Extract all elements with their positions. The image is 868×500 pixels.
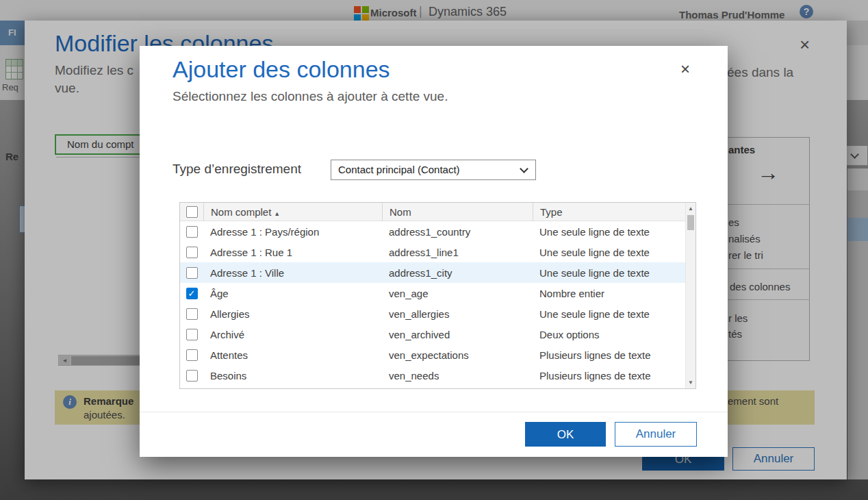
column-type: Plusieurs lignes de texte (533, 349, 685, 361)
checkbox-cell (180, 267, 203, 279)
column-logical-name: ven_archived (382, 329, 533, 340)
row-checkbox[interactable] (186, 226, 198, 238)
add-columns-dialog: Ajouter des colonnes Sélectionnez les co… (140, 46, 728, 457)
column-type: Nombre entier (533, 288, 685, 299)
row-checkbox[interactable] (186, 308, 198, 320)
column-display-name: Adresse 1 : Ville (203, 267, 382, 279)
column-list-body: Adresse 1 : Pays/régionaddress1_countryU… (180, 221, 685, 388)
row-checkbox[interactable] (186, 370, 198, 382)
column-display-name: Adresse 1 : Rue 1 (203, 247, 382, 258)
column-display-name: Archivé (203, 329, 382, 340)
table-row[interactable]: Adresse 1 : Villeaddress1_cityUne seule … (180, 262, 685, 283)
column-type: Plusieurs lignes de texte (533, 370, 685, 382)
checkbox-cell (180, 247, 203, 258)
table-row[interactable]: Adresse 1 : Rue 1address1_line1Une seule… (180, 242, 685, 262)
checkbox-cell (180, 226, 203, 238)
checkbox-cell (180, 349, 203, 361)
divider (140, 412, 728, 412)
table-row[interactable]: ✓Âgeven_ageNombre entier (180, 283, 685, 303)
sort-asc-icon: ▲ (274, 210, 280, 217)
row-checkbox[interactable] (186, 267, 198, 279)
column-logical-name: address1_city (382, 267, 533, 279)
column-logical-name: address1_line1 (382, 247, 533, 258)
table-row[interactable]: Besoinsven_needsPlusieurs lignes de text… (180, 365, 685, 386)
dialog-subtitle: Sélectionnez les colonnes à ajouter à ce… (173, 89, 448, 104)
table-row[interactable]: Attentesven_expectationsPlusieurs lignes… (180, 345, 685, 365)
table-row[interactable]: Allergiesven_allergiesUne seule ligne de… (180, 303, 685, 324)
screen: Microsoft | Dynamics 365 Thomas Prud'Hom… (0, 0, 868, 500)
column-logical-name: ven_expectations (382, 349, 533, 361)
select-all-checkbox[interactable] (186, 206, 198, 218)
scrollbar-thumb[interactable] (687, 215, 694, 230)
check-icon: ✓ (188, 289, 196, 298)
record-type-select[interactable]: Contact principal (Contact) (331, 160, 536, 180)
column-display-name: Âge (203, 288, 382, 299)
column-header-name[interactable]: Nom complet▲ (203, 203, 382, 221)
row-checkbox[interactable]: ✓ (186, 288, 198, 299)
column-type: Une seule ligne de texte (533, 308, 685, 320)
column-logical-name: address1_country (382, 226, 533, 238)
record-type-label: Type d’enregistrement (173, 162, 301, 177)
checkbox-cell: ✓ (180, 288, 203, 299)
chevron-down-icon (520, 164, 528, 173)
close-icon[interactable]: × (680, 61, 690, 77)
row-checkbox[interactable] (186, 349, 198, 361)
column-list: Nom complet▲ Nom Type Adresse 1 : Pays/r… (179, 202, 696, 389)
dialog-title: Ajouter des colonnes (173, 56, 390, 83)
checkbox-cell (180, 206, 203, 218)
column-type: Une seule ligne de texte (533, 267, 685, 279)
checkbox-cell (180, 308, 203, 320)
ok-button[interactable]: OK (525, 422, 606, 447)
column-logical-name: ven_age (382, 288, 533, 299)
table-row[interactable]: Adresse 1 : Pays/régionaddress1_countryU… (180, 221, 685, 242)
record-type-value: Contact principal (Contact) (338, 164, 460, 175)
column-display-name: Besoins (203, 370, 382, 382)
column-type: Une seule ligne de texte (533, 247, 685, 258)
column-logical-name: ven_needs (382, 370, 533, 382)
scroll-down-icon[interactable]: ▼ (686, 379, 695, 386)
column-list-header: Nom complet▲ Nom Type (180, 203, 685, 221)
table-row[interactable]: Archivéven_archivedDeux options (180, 324, 685, 345)
row-checkbox[interactable] (186, 247, 198, 258)
column-type: Une seule ligne de texte (533, 226, 685, 238)
column-logical-name: ven_allergies (382, 308, 533, 320)
column-header-type[interactable]: Type (533, 203, 685, 221)
checkbox-cell (180, 329, 203, 340)
vertical-scrollbar[interactable]: ▲ ▼ (685, 203, 695, 388)
column-type: Deux options (533, 329, 685, 340)
checkbox-cell (180, 370, 203, 382)
column-display-name: Allergies (203, 308, 382, 320)
column-header-logical[interactable]: Nom (382, 203, 533, 221)
header-label: Nom complet (211, 206, 271, 218)
column-display-name: Adresse 1 : Pays/région (203, 226, 382, 238)
cancel-button[interactable]: Annuler (615, 422, 697, 447)
column-display-name: Attentes (203, 349, 382, 361)
row-checkbox[interactable] (186, 329, 198, 340)
scroll-up-icon[interactable]: ▲ (686, 205, 695, 212)
